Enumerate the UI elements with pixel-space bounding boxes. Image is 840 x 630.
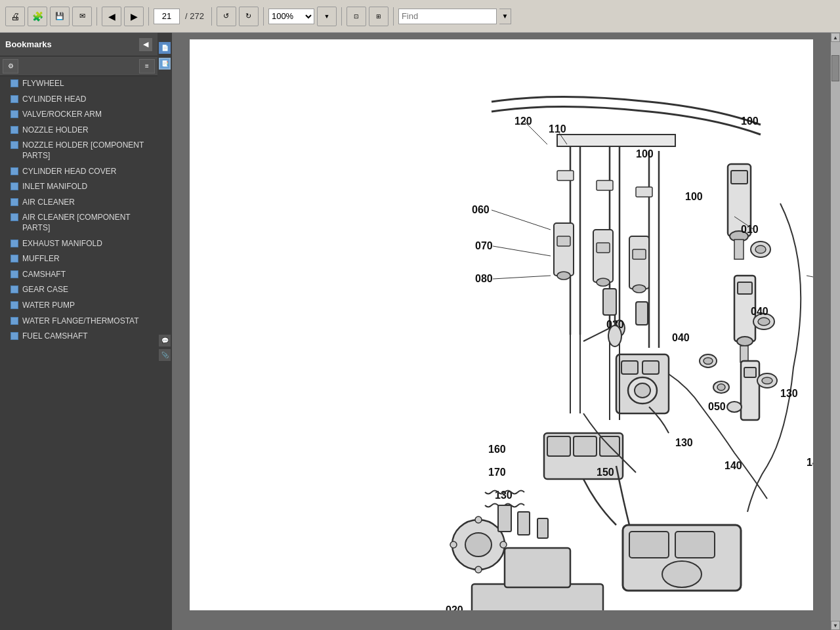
zoom-dropdown-button[interactable]: ▼ <box>317 7 337 26</box>
svg-point-12 <box>597 278 610 286</box>
bookmark-cylinder-head[interactable]: CYLINDER HEAD <box>0 92 158 108</box>
svg-text:060: 060 <box>472 204 490 215</box>
bookmark-icon <box>10 95 18 103</box>
page-number-input[interactable] <box>154 9 180 24</box>
bookmark-icon <box>10 141 18 149</box>
email-button[interactable]: ✉ <box>72 7 92 26</box>
bookmark-camshaft[interactable]: CAMSHAFT <box>0 267 158 283</box>
svg-text:170: 170 <box>488 467 506 478</box>
svg-rect-17 <box>731 171 747 184</box>
svg-line-96 <box>493 276 551 279</box>
sidebar-close-button[interactable]: ◀ <box>139 38 152 51</box>
fit-page-button[interactable]: ⊡ <box>346 7 366 26</box>
svg-rect-104 <box>505 548 570 587</box>
next-page-button[interactable]: ▶ <box>124 7 144 26</box>
fit-width-button[interactable]: ⊞ <box>369 7 388 26</box>
svg-rect-23 <box>740 346 748 362</box>
puzzle-button[interactable]: 🧩 <box>28 7 47 26</box>
sidebar-toolbar: ⚙ ≡ <box>0 56 158 76</box>
bookmark-valve-rocker[interactable]: VALVE/ROCKER ARM <box>0 107 158 123</box>
bookmark-icon <box>10 79 18 87</box>
attachment-icon-button[interactable]: 📎 <box>159 349 171 361</box>
svg-point-106 <box>465 533 492 556</box>
svg-text:130: 130 <box>675 437 693 448</box>
refresh-button[interactable]: ↺ <box>217 7 236 26</box>
sidebar-content[interactable]: FLYWHEEL CYLINDER HEAD VALVE/ROCKER ARM … <box>0 76 158 630</box>
page-total: / 272 <box>185 11 204 21</box>
bookmark-label: WATER FLANGE/THERMOSTAT <box>22 316 139 327</box>
svg-point-31 <box>762 377 772 384</box>
svg-rect-43 <box>547 436 570 456</box>
svg-text:040: 040 <box>751 306 768 317</box>
bookmark-water-flange[interactable]: WATER FLANGE/THERMOSTAT <box>0 314 158 329</box>
bookmark-muffler[interactable]: MUFFLER <box>0 251 158 267</box>
print-button[interactable]: 🖨 <box>5 7 25 26</box>
svg-text:100: 100 <box>741 116 759 127</box>
svg-line-94 <box>492 210 551 230</box>
svg-text:160: 160 <box>488 444 506 455</box>
save-button[interactable]: 💾 <box>50 7 70 26</box>
svg-point-33 <box>704 358 713 364</box>
separator-2 <box>148 7 149 26</box>
diagram: 120 110 090 100 100 100 010 040 040 040 <box>190 39 813 610</box>
svg-rect-10 <box>593 230 613 282</box>
page-icon-button[interactable]: 📄 <box>159 42 171 54</box>
bookmark-icon <box>10 126 18 134</box>
bookmark-icon <box>10 332 18 340</box>
sidebar-options-button[interactable]: ⚙ <box>3 59 18 74</box>
svg-text:110: 110 <box>549 123 566 135</box>
svg-point-107 <box>475 516 482 523</box>
zoom-select[interactable]: 50% 75% 100% 125% 150% 200% <box>268 9 314 24</box>
find-input[interactable] <box>398 9 497 24</box>
bookmark-cylinder-head-cover[interactable]: CYLINDER HEAD COVER <box>0 164 158 180</box>
scroll-thumb[interactable] <box>831 55 839 81</box>
forward-button[interactable]: ↻ <box>239 7 259 26</box>
svg-rect-55 <box>597 180 613 190</box>
bookmark-label: GEAR CASE <box>22 285 68 295</box>
scroll-up-button[interactable]: ▲ <box>831 33 840 42</box>
bookmark-label: AIR CLEANER <box>22 198 75 208</box>
separator-1 <box>96 7 97 26</box>
bookmark-air-cleaner-component[interactable]: AIR CLEANER [COMPONENT PARTS] <box>0 210 158 236</box>
pdf-page: 120 110 090 100 100 100 010 040 040 040 <box>190 39 813 610</box>
sidebar-view-button[interactable]: ≡ <box>139 59 155 74</box>
svg-rect-8 <box>557 236 570 246</box>
bookmark-label: CYLINDER HEAD <box>22 94 86 105</box>
bookmark-air-cleaner[interactable]: AIR CLEANER <box>0 195 158 211</box>
vertical-scrollbar[interactable]: ▲ ▼ <box>831 33 840 630</box>
bookmark-inlet-manifold[interactable]: INLET MANIFOLD <box>0 179 158 195</box>
bookmark-gear-case[interactable]: GEAR CASE <box>0 282 158 298</box>
svg-point-110 <box>450 541 457 548</box>
scroll-down-button[interactable]: ▼ <box>831 621 840 630</box>
svg-text:140: 140 <box>724 460 742 471</box>
bookmark-nozzle-holder[interactable]: NOZZLE HOLDER <box>0 123 158 138</box>
svg-line-95 <box>493 246 551 256</box>
bookmark-label: INLET MANIFOLD <box>22 182 87 192</box>
find-dropdown-button[interactable]: ▼ <box>499 9 511 24</box>
pdf-viewer[interactable]: 120 110 090 100 100 100 010 040 040 040 <box>172 33 831 630</box>
bookmark-fuel-camshaft[interactable]: FUEL CAMSHAFT <box>0 329 158 345</box>
bookmark-icon <box>10 182 18 190</box>
bookmark-icon <box>10 110 18 118</box>
bookmark-flywheel[interactable]: FLYWHEEL <box>0 76 158 92</box>
prev-page-button[interactable]: ◀ <box>102 7 121 26</box>
svg-rect-25 <box>744 368 756 377</box>
bookmark-icon <box>10 240 18 247</box>
left-icon-strip: 📄 📑 💬 📎 <box>158 33 172 630</box>
comment-icon-button[interactable]: 💬 <box>159 335 171 346</box>
bookmark-label: VALVE/ROCKER ARM <box>22 110 102 120</box>
bookmark-label: AIR CLEANER [COMPONENT PARTS] <box>22 213 152 233</box>
bookmark-label: NOZZLE HOLDER <box>22 125 89 136</box>
svg-point-22 <box>737 337 753 346</box>
bookmark-nozzle-holder-component[interactable]: NOZZLE HOLDER [COMPONENT PARTS] <box>0 138 158 163</box>
scroll-track[interactable] <box>831 42 840 621</box>
bookmark-icon <box>10 198 18 206</box>
svg-text:100: 100 <box>685 191 703 202</box>
bookmark-icon <box>10 255 18 262</box>
svg-point-35 <box>717 384 725 390</box>
bookmark-exhaust-manifold[interactable]: EXHAUST MANIFOLD <box>0 236 158 252</box>
svg-text:020: 020 <box>446 604 463 610</box>
svg-text:010: 010 <box>741 224 759 235</box>
bookmark-icon-button[interactable]: 📑 <box>159 58 171 70</box>
bookmark-water-pump[interactable]: WATER PUMP <box>0 298 158 314</box>
